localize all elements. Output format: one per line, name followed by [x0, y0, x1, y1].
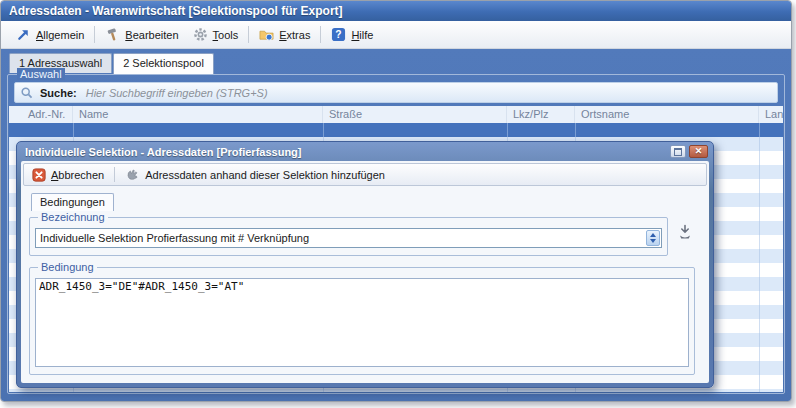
menu-bearbeiten[interactable]: Bearbeiten	[98, 24, 185, 45]
arrow-up-right-icon	[16, 27, 31, 42]
cancel-label: Abbrechen	[51, 169, 104, 181]
bezeichnung-row: Bezeichnung Individuelle Selektion Profi…	[29, 211, 693, 256]
search-icon	[20, 86, 34, 100]
spinner-button[interactable]	[646, 230, 660, 246]
bezeichnung-fieldset: Bezeichnung Individuelle Selektion Profi…	[29, 211, 668, 256]
spinner-up-icon	[650, 233, 656, 237]
maximize-button[interactable]	[670, 145, 686, 158]
menu-separator	[320, 26, 321, 43]
selected-row[interactable]	[9, 123, 783, 137]
dialog-window-buttons: ✕	[670, 145, 709, 158]
window-title: Adressdaten - Warenwirtschaft [Selektion…	[9, 4, 343, 18]
menu-separator	[248, 26, 249, 43]
menu-extras[interactable]: Extras	[252, 24, 317, 45]
menu-label: Hilfe	[351, 29, 373, 41]
dialog-title: Individuelle Selektion - Adressdaten [Pr…	[25, 146, 301, 158]
menu-label: Allgemein	[36, 29, 84, 41]
window-titlebar: Adressdaten - Warenwirtschaft [Selektion…	[1, 1, 791, 21]
add-selection-button[interactable]: Adressdaten anhand dieser Selektion hinz…	[121, 166, 389, 183]
auswahl-group-label: Auswahl	[17, 68, 65, 80]
cancel-x-icon	[32, 168, 46, 182]
cancel-button[interactable]: Abbrechen	[28, 167, 108, 183]
column-header-adrnr[interactable]: Adr.-Nr.	[9, 106, 73, 123]
hammer-icon	[105, 27, 120, 42]
column-header-land[interactable]: Land	[759, 106, 783, 123]
column-header-lkzplz[interactable]: Lkz/Plz	[507, 106, 575, 123]
menu-separator	[94, 26, 95, 43]
toolbar-separator	[114, 167, 115, 182]
column-divider	[759, 123, 760, 392]
tab-bedingungen[interactable]: Bedingungen	[31, 193, 114, 211]
column-header-ortsname[interactable]: Ortsname	[575, 106, 759, 123]
search-placeholder: Hier Suchbegriff eingeben (STRG+S)	[86, 87, 268, 99]
menu-label: Tools	[213, 29, 239, 41]
menu-allgemein[interactable]: Allgemein	[9, 24, 91, 45]
search-bar[interactable]: Suche: Hier Suchbegriff eingeben (STRG+S…	[14, 82, 778, 103]
bezeichnung-value: Individuelle Selektion Profierfassung mi…	[36, 232, 645, 244]
add-selection-icon	[125, 167, 140, 182]
hand-down-icon[interactable]	[677, 224, 693, 240]
column-header-strasse[interactable]: Straße	[323, 106, 507, 123]
svg-text:?: ?	[336, 29, 342, 40]
dialog-titlebar: Individuelle Selektion - Adressdaten [Pr…	[21, 142, 709, 161]
folder-icon	[259, 27, 274, 42]
add-selection-label: Adressdaten anhand dieser Selektion hinz…	[145, 169, 385, 181]
bezeichnung-combobox[interactable]: Individuelle Selektion Profierfassung mi…	[35, 228, 662, 248]
search-label: Suche:	[40, 87, 77, 99]
main-window: Adressdaten - Warenwirtschaft [Selektion…	[0, 0, 792, 402]
gear-icon	[193, 27, 208, 42]
table-header: Adr.-Nr. Name Straße Lkz/Plz Ortsname La…	[9, 106, 783, 124]
menubar: Allgemein Bearbeiten Tools Extras ?	[1, 21, 791, 49]
menu-label: Extras	[279, 29, 310, 41]
spinner-down-icon	[650, 239, 656, 243]
maximize-icon	[674, 148, 682, 156]
menu-tools[interactable]: Tools	[186, 24, 246, 45]
selection-dialog: Individuelle Selektion - Adressdaten [Pr…	[16, 141, 714, 388]
tab-selektionspool[interactable]: 2 Selektionspool	[113, 53, 214, 74]
menu-label: Bearbeiten	[125, 29, 178, 41]
dialog-toolbar: Abbrechen Adressdaten anhand dieser Sele…	[23, 163, 707, 186]
bedingung-textarea[interactable]: ADR_1450_3="DE"#ADR_1450_3="AT"	[35, 278, 689, 367]
help-icon: ?	[331, 27, 346, 42]
bezeichnung-label: Bezeichnung	[38, 211, 108, 223]
main-content: 1 Adressauswahl 2 Selektionspool Auswahl…	[1, 49, 791, 401]
column-header-name[interactable]: Name	[73, 106, 323, 123]
dialog-body: Abbrechen Adressdaten anhand dieser Sele…	[21, 161, 709, 383]
bedingung-label: Bedingung	[38, 261, 97, 273]
close-button[interactable]: ✕	[689, 145, 708, 158]
menu-hilfe[interactable]: ? Hilfe	[324, 24, 380, 45]
bedingung-fieldset: Bedingung ADR_1450_3="DE"#ADR_1450_3="AT…	[29, 261, 695, 375]
